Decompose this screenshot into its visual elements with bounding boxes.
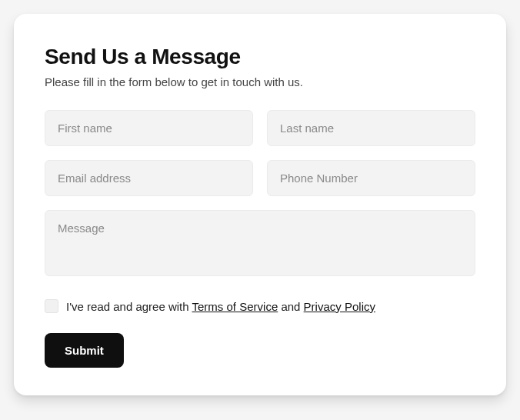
form-subheading: Please fill in the form below to get in … — [45, 75, 475, 88]
agreement-middle: and — [278, 300, 303, 313]
agreement-checkbox[interactable] — [45, 299, 58, 313]
agreement-prefix: I've read and agree with — [66, 300, 192, 313]
privacy-link[interactable]: Privacy Policy — [304, 300, 375, 313]
name-row — [45, 110, 475, 146]
first-name-field[interactable] — [45, 110, 253, 146]
agreement-text: I've read and agree with Terms of Servic… — [66, 300, 375, 313]
contact-form-card: Send Us a Message Please fill in the for… — [14, 14, 506, 395]
contact-row — [45, 160, 475, 196]
submit-button[interactable]: Submit — [45, 333, 124, 368]
message-field[interactable] — [45, 210, 475, 276]
last-name-field[interactable] — [267, 110, 475, 146]
agreement-row: I've read and agree with Terms of Servic… — [45, 299, 475, 313]
phone-field[interactable] — [267, 160, 475, 196]
terms-link[interactable]: Terms of Service — [192, 300, 278, 313]
form-heading: Send Us a Message — [45, 45, 475, 69]
email-field[interactable] — [45, 160, 253, 196]
